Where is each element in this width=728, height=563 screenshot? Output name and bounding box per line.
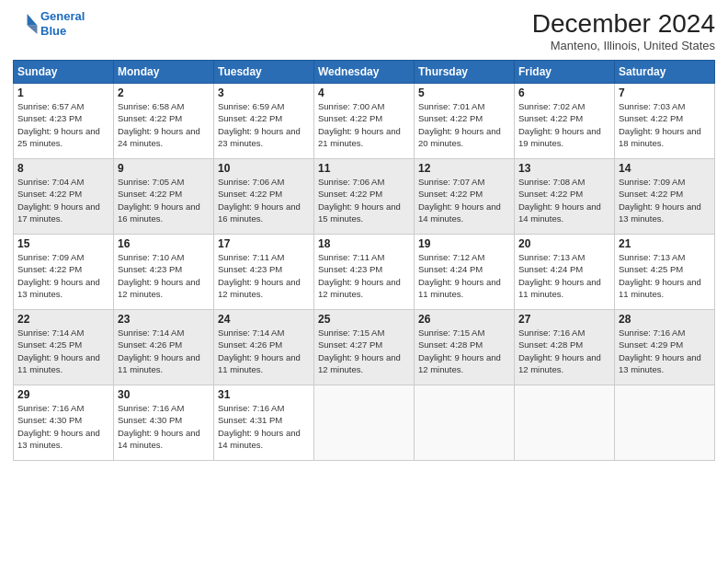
calendar-cell: 25Sunrise: 7:15 AMSunset: 4:27 PMDayligh… <box>314 310 415 385</box>
day-info: Sunrise: 7:11 AMSunset: 4:23 PMDaylight:… <box>218 251 310 300</box>
day-number: 1 <box>17 86 109 99</box>
logo-icon <box>13 11 39 37</box>
day-number: 17 <box>218 237 310 250</box>
day-number: 5 <box>418 86 510 99</box>
header-saturday: Saturday <box>615 61 715 84</box>
day-number: 30 <box>118 388 210 401</box>
calendar-cell: 22Sunrise: 7:14 AMSunset: 4:25 PMDayligh… <box>14 310 114 385</box>
day-info: Sunrise: 7:02 AMSunset: 4:22 PMDaylight:… <box>518 100 610 149</box>
day-number: 14 <box>619 162 711 175</box>
title-block: December 2024 Manteno, Illinois, United … <box>532 9 715 52</box>
calendar-cell <box>615 385 715 461</box>
day-number: 20 <box>518 237 610 250</box>
calendar-cell: 6Sunrise: 7:02 AMSunset: 4:22 PMDaylight… <box>515 84 615 159</box>
day-number: 29 <box>17 388 109 401</box>
day-info: Sunrise: 7:13 AMSunset: 4:25 PMDaylight:… <box>619 251 711 300</box>
logo-text: General Blue <box>40 9 85 38</box>
svg-marker-1 <box>28 25 38 33</box>
calendar-cell: 5Sunrise: 7:01 AMSunset: 4:22 PMDaylight… <box>415 84 515 159</box>
header-wednesday: Wednesday <box>314 61 415 84</box>
day-number: 19 <box>418 237 510 250</box>
month-title: December 2024 <box>532 9 715 39</box>
day-info: Sunrise: 7:00 AMSunset: 4:22 PMDaylight:… <box>318 100 410 149</box>
day-info: Sunrise: 7:15 AMSunset: 4:27 PMDaylight:… <box>318 327 410 375</box>
day-number: 31 <box>218 388 310 401</box>
calendar-week-5: 29Sunrise: 7:16 AMSunset: 4:30 PMDayligh… <box>14 385 715 461</box>
calendar-week-2: 8Sunrise: 7:04 AMSunset: 4:22 PMDaylight… <box>14 159 715 235</box>
day-info: Sunrise: 7:16 AMSunset: 4:30 PMDaylight:… <box>118 402 210 451</box>
calendar-cell: 15Sunrise: 7:09 AMSunset: 4:22 PMDayligh… <box>14 235 114 310</box>
header-friday: Friday <box>515 61 615 84</box>
day-info: Sunrise: 7:06 AMSunset: 4:22 PMDaylight:… <box>318 176 410 224</box>
calendar-cell: 27Sunrise: 7:16 AMSunset: 4:28 PMDayligh… <box>515 310 615 385</box>
day-info: Sunrise: 7:16 AMSunset: 4:29 PMDaylight:… <box>619 327 711 375</box>
calendar-cell: 1Sunrise: 6:57 AMSunset: 4:23 PMDaylight… <box>14 84 114 159</box>
day-number: 9 <box>118 162 210 175</box>
calendar-cell: 7Sunrise: 7:03 AMSunset: 4:22 PMDaylight… <box>615 84 715 159</box>
day-info: Sunrise: 6:58 AMSunset: 4:22 PMDaylight:… <box>118 100 210 149</box>
calendar-cell: 9Sunrise: 7:05 AMSunset: 4:22 PMDaylight… <box>114 159 214 235</box>
calendar-week-4: 22Sunrise: 7:14 AMSunset: 4:25 PMDayligh… <box>14 310 715 385</box>
day-info: Sunrise: 7:06 AMSunset: 4:22 PMDaylight:… <box>218 176 310 224</box>
day-info: Sunrise: 7:01 AMSunset: 4:22 PMDaylight:… <box>418 100 510 149</box>
calendar-cell: 3Sunrise: 6:59 AMSunset: 4:22 PMDaylight… <box>214 84 314 159</box>
calendar-cell <box>415 385 515 461</box>
calendar-cell: 29Sunrise: 7:16 AMSunset: 4:30 PMDayligh… <box>14 385 114 461</box>
header-tuesday: Tuesday <box>214 61 314 84</box>
day-number: 10 <box>218 162 310 175</box>
logo: General Blue <box>13 9 85 38</box>
calendar-cell: 2Sunrise: 6:58 AMSunset: 4:22 PMDaylight… <box>114 84 214 159</box>
day-info: Sunrise: 7:09 AMSunset: 4:22 PMDaylight:… <box>619 176 711 224</box>
calendar-week-3: 15Sunrise: 7:09 AMSunset: 4:22 PMDayligh… <box>14 235 715 310</box>
calendar-cell: 24Sunrise: 7:14 AMSunset: 4:26 PMDayligh… <box>214 310 314 385</box>
day-number: 2 <box>118 86 210 99</box>
day-info: Sunrise: 7:16 AMSunset: 4:28 PMDaylight:… <box>518 327 610 375</box>
day-info: Sunrise: 7:14 AMSunset: 4:26 PMDaylight:… <box>118 327 210 375</box>
calendar-cell: 4Sunrise: 7:00 AMSunset: 4:22 PMDaylight… <box>314 84 415 159</box>
calendar-cell: 12Sunrise: 7:07 AMSunset: 4:22 PMDayligh… <box>415 159 515 235</box>
day-number: 8 <box>17 162 109 175</box>
day-info: Sunrise: 7:10 AMSunset: 4:23 PMDaylight:… <box>118 251 210 300</box>
page: General Blue December 2024 Manteno, Illi… <box>0 0 728 563</box>
day-info: Sunrise: 7:14 AMSunset: 4:25 PMDaylight:… <box>17 327 109 375</box>
day-info: Sunrise: 6:57 AMSunset: 4:23 PMDaylight:… <box>17 100 109 149</box>
day-info: Sunrise: 7:05 AMSunset: 4:22 PMDaylight:… <box>118 176 210 224</box>
day-number: 3 <box>218 86 310 99</box>
day-info: Sunrise: 7:09 AMSunset: 4:22 PMDaylight:… <box>17 251 109 300</box>
header-sunday: Sunday <box>14 61 114 84</box>
calendar-cell: 13Sunrise: 7:08 AMSunset: 4:22 PMDayligh… <box>515 159 615 235</box>
calendar: Sunday Monday Tuesday Wednesday Thursday… <box>13 60 715 461</box>
calendar-cell: 8Sunrise: 7:04 AMSunset: 4:22 PMDaylight… <box>14 159 114 235</box>
header: General Blue December 2024 Manteno, Illi… <box>13 9 715 52</box>
location: Manteno, Illinois, United States <box>532 39 715 52</box>
day-number: 27 <box>518 313 610 326</box>
day-info: Sunrise: 7:16 AMSunset: 4:31 PMDaylight:… <box>218 402 310 451</box>
day-number: 16 <box>118 237 210 250</box>
day-number: 15 <box>17 237 109 250</box>
calendar-cell: 17Sunrise: 7:11 AMSunset: 4:23 PMDayligh… <box>214 235 314 310</box>
day-number: 4 <box>318 86 410 99</box>
calendar-cell <box>314 385 415 461</box>
day-number: 25 <box>318 313 410 326</box>
header-monday: Monday <box>114 61 214 84</box>
calendar-cell: 10Sunrise: 7:06 AMSunset: 4:22 PMDayligh… <box>214 159 314 235</box>
day-number: 22 <box>17 313 109 326</box>
day-number: 6 <box>518 86 610 99</box>
day-info: Sunrise: 7:07 AMSunset: 4:22 PMDaylight:… <box>418 176 510 224</box>
calendar-week-1: 1Sunrise: 6:57 AMSunset: 4:23 PMDaylight… <box>14 84 715 159</box>
day-info: Sunrise: 7:14 AMSunset: 4:26 PMDaylight:… <box>218 327 310 375</box>
day-info: Sunrise: 7:12 AMSunset: 4:24 PMDaylight:… <box>418 251 510 300</box>
day-number: 28 <box>619 313 711 326</box>
day-number: 12 <box>418 162 510 175</box>
day-info: Sunrise: 7:11 AMSunset: 4:23 PMDaylight:… <box>318 251 410 300</box>
day-info: Sunrise: 7:08 AMSunset: 4:22 PMDaylight:… <box>518 176 610 224</box>
day-number: 11 <box>318 162 410 175</box>
day-info: Sunrise: 7:13 AMSunset: 4:24 PMDaylight:… <box>518 251 610 300</box>
day-number: 26 <box>418 313 510 326</box>
calendar-cell: 26Sunrise: 7:15 AMSunset: 4:28 PMDayligh… <box>415 310 515 385</box>
day-info: Sunrise: 7:15 AMSunset: 4:28 PMDaylight:… <box>418 327 510 375</box>
calendar-cell: 19Sunrise: 7:12 AMSunset: 4:24 PMDayligh… <box>415 235 515 310</box>
calendar-cell: 20Sunrise: 7:13 AMSunset: 4:24 PMDayligh… <box>515 235 615 310</box>
header-thursday: Thursday <box>415 61 515 84</box>
header-row: Sunday Monday Tuesday Wednesday Thursday… <box>14 61 715 84</box>
